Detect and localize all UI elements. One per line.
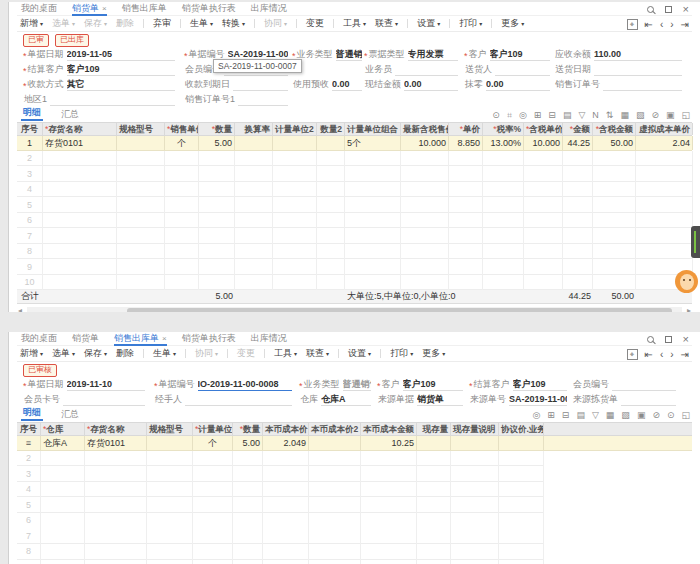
- close-icon[interactable]: ×: [683, 5, 689, 14]
- tab-sales-order-report[interactable]: 销货单执行表: [182, 332, 236, 346]
- cell-conv-rate[interactable]: [235, 136, 273, 150]
- delete-row-icon[interactable]: ⊟: [548, 110, 556, 120]
- settings-button[interactable]: 设置▾: [417, 17, 440, 30]
- cell-qty2[interactable]: [317, 136, 345, 150]
- delete-button[interactable]: 删除: [116, 347, 134, 360]
- copy-row-icon[interactable]: ▤: [563, 110, 572, 120]
- filter-icon[interactable]: ▽: [592, 410, 599, 420]
- empty-rows[interactable]: 2345678: [17, 451, 544, 564]
- doc-no-field[interactable]: *单据编号IO-2019-11-00-0008: [154, 378, 292, 391]
- maximize-icon[interactable]: [665, 6, 672, 13]
- locate-doc-icon[interactable]: ⌖: [627, 19, 638, 30]
- scan-icon[interactable]: ⌗: [507, 110, 512, 120]
- scrollbar-thumb[interactable]: [127, 308, 672, 312]
- attachment-icon[interactable]: ⊘: [651, 110, 659, 120]
- tab-sales-outbound[interactable]: 销售出库单: [122, 2, 167, 16]
- tab-outbound-status[interactable]: 出库情况: [251, 332, 287, 346]
- last-record-icon[interactable]: ⇥: [681, 19, 689, 30]
- tab-close-icon[interactable]: ×: [162, 334, 167, 343]
- new-button[interactable]: 新增▾: [20, 17, 43, 30]
- linked-query-button[interactable]: 联查▾: [375, 17, 398, 30]
- print-button[interactable]: 打印▾: [390, 347, 413, 360]
- layout-icon[interactable]: ▧: [621, 410, 630, 420]
- convert-button[interactable]: 转换▾: [222, 17, 245, 30]
- collaborate-button[interactable]: 协同▾: [264, 17, 287, 30]
- fullscreen-icon[interactable]: ◱: [681, 110, 690, 120]
- tab-outbound-status[interactable]: 出库情况: [251, 2, 287, 16]
- cell-tax-unit-price[interactable]: 10.000: [524, 136, 563, 150]
- cell-cost-price2[interactable]: [309, 436, 361, 450]
- change-button[interactable]: 变更: [237, 347, 255, 360]
- biz-type-field[interactable]: *业务类型普通销售: [292, 48, 362, 61]
- pick-doc-button[interactable]: 选单▾: [52, 17, 75, 30]
- tab-close-icon[interactable]: ×: [102, 4, 107, 13]
- locate-icon[interactable]: ◎: [519, 110, 527, 120]
- cell-qty[interactable]: 5.00: [199, 136, 235, 150]
- cell-item-name[interactable]: 存货0101: [43, 136, 117, 150]
- cell-unit-combo[interactable]: 5个: [345, 136, 401, 150]
- payment-method-field[interactable]: *收款方式其它: [23, 78, 175, 91]
- empty-rows[interactable]: 2345678910: [17, 151, 692, 290]
- tab-my-desktop[interactable]: 我的桌面: [21, 2, 57, 16]
- cell-spec-model[interactable]: [147, 436, 193, 450]
- first-record-icon[interactable]: ⇤: [645, 349, 653, 360]
- next-record-icon[interactable]: ›: [670, 19, 673, 30]
- tab-detail[interactable]: 明细: [21, 406, 43, 421]
- cell-warehouse[interactable]: 仓库A: [41, 436, 85, 450]
- member-no-field[interactable]: 会员编号: [572, 378, 676, 391]
- cell-item-name[interactable]: 存货0101: [85, 436, 147, 450]
- search-icon[interactable]: [647, 336, 654, 343]
- row-handle-icon[interactable]: ≡: [17, 436, 41, 450]
- attachment-icon[interactable]: ⊘: [652, 410, 660, 420]
- collaborate-button[interactable]: 协同▾: [195, 347, 218, 360]
- tab-detail[interactable]: 明细: [21, 106, 43, 121]
- generate-doc-button[interactable]: 生单▾: [153, 347, 176, 360]
- handler-field[interactable]: 经手人: [154, 393, 292, 406]
- cell-unit2[interactable]: [273, 136, 317, 150]
- tools-button[interactable]: 工具▾: [343, 17, 366, 30]
- settings-button[interactable]: 设置▾: [348, 347, 371, 360]
- cell-amount[interactable]: 44.25: [563, 136, 593, 150]
- scrollbar-track[interactable]: [27, 307, 682, 312]
- prev-record-icon[interactable]: ‹: [660, 349, 663, 360]
- cell-sales-unit[interactable]: 个: [165, 136, 199, 150]
- change-button[interactable]: 变更: [306, 17, 324, 30]
- cell-tax-amount[interactable]: 50.00: [593, 136, 636, 150]
- scroll-left-icon[interactable]: ◂: [18, 306, 22, 312]
- sales-order-no1-field[interactable]: 销售订单号1: [184, 93, 288, 106]
- last-record-icon[interactable]: ⇥: [681, 349, 689, 360]
- next-record-icon[interactable]: ›: [670, 349, 673, 360]
- tab-my-desktop[interactable]: 我的桌面: [21, 332, 57, 346]
- region1-field[interactable]: 地区1: [23, 93, 175, 106]
- deliverer-field[interactable]: 送货人: [464, 63, 550, 76]
- cell-spec-model[interactable]: [117, 136, 165, 150]
- customer-field[interactable]: *客户客户109: [377, 378, 463, 391]
- due-date-field[interactable]: 收款到期日: [184, 78, 288, 91]
- search-icon[interactable]: [647, 6, 654, 13]
- save-button[interactable]: 保存▾: [84, 347, 107, 360]
- scroll-right-icon[interactable]: ▸: [687, 306, 691, 312]
- sort-icon[interactable]: Ν: [592, 110, 599, 120]
- source-pick-list-field[interactable]: 来源拣货单: [572, 393, 676, 406]
- insert-row-icon[interactable]: ⊞: [534, 110, 542, 120]
- generate-doc-button[interactable]: 生单▾: [190, 17, 213, 30]
- save-button[interactable]: 保存▾: [84, 17, 107, 30]
- tab-sales-order-report[interactable]: 销货单执行表: [182, 2, 236, 16]
- cell-unit[interactable]: 个: [193, 436, 233, 450]
- copy-row-icon[interactable]: ▤: [576, 410, 585, 420]
- tools-button[interactable]: 工具▾: [274, 347, 297, 360]
- more-button[interactable]: 更多▾: [422, 347, 445, 360]
- delivery-date-field[interactable]: 送货日期: [554, 63, 682, 76]
- doc-date-field[interactable]: *单据日期2019-11-10: [23, 378, 145, 391]
- batch-edit-icon[interactable]: ▦: [606, 410, 615, 420]
- cell-virtual-cost-price[interactable]: 2.04: [636, 136, 693, 150]
- filter-icon[interactable]: ▽: [578, 110, 585, 120]
- tab-sales-order[interactable]: 销货单×: [72, 2, 107, 16]
- tab-summary[interactable]: 汇总: [59, 108, 81, 121]
- cell-cost-price[interactable]: 2.049: [263, 436, 309, 450]
- batch-edit-icon[interactable]: ▦: [620, 110, 629, 120]
- cell-tax-rate[interactable]: 13.00%: [483, 136, 524, 150]
- layout-icon[interactable]: ▧: [636, 110, 645, 120]
- cash-amount-field[interactable]: 现结金额0.00: [364, 78, 458, 91]
- unaudit-button[interactable]: 弃审: [153, 17, 171, 30]
